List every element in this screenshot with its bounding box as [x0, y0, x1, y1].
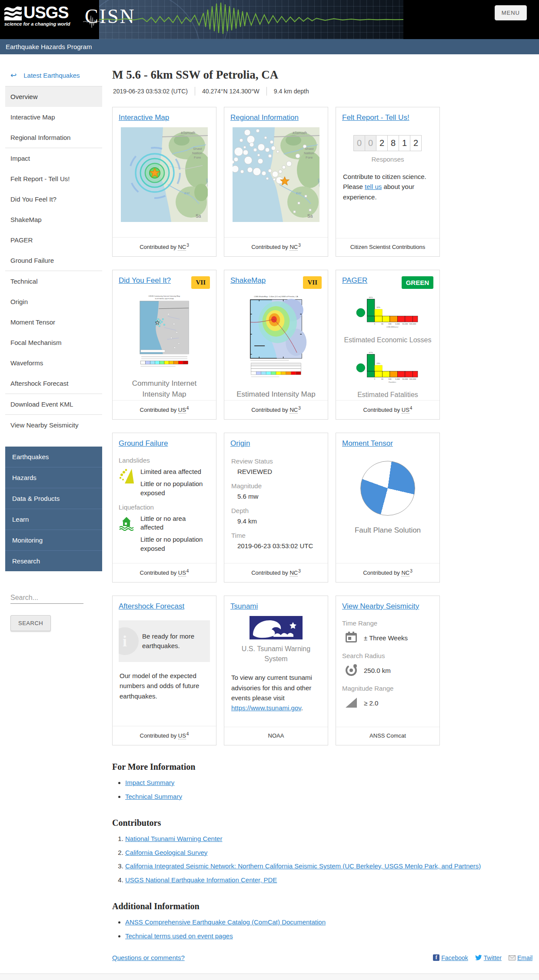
landslides-label: Landslides: [119, 457, 210, 464]
beachball-diagram[interactable]: [360, 461, 415, 516]
aftershock-forecast-link[interactable]: Aftershock Forecast: [119, 602, 184, 611]
nav-item-research[interactable]: Research: [5, 550, 102, 571]
technical-terms-link[interactable]: Technical terms used on event pages: [125, 932, 233, 940]
sidebar-item-waveforms[interactable]: Waveforms: [5, 353, 102, 373]
usgs-wave-icon: [4, 4, 22, 22]
contributor-link[interactable]: NC: [289, 244, 298, 251]
section-heading-contributors: Contributors: [112, 818, 534, 828]
sidebar-item-moment-tensor[interactable]: Moment Tensor: [5, 312, 102, 332]
nav-item-learn[interactable]: Learn: [5, 509, 102, 530]
contributor-link[interactable]: US: [402, 407, 409, 414]
sidebar-item-technical[interactable]: Technical: [5, 271, 102, 291]
regional-map-thumbnail[interactable]: Klamath Shast Nation Fore Sa Eel Sacram: [233, 127, 319, 222]
impact-summary-link[interactable]: Impact Summary: [125, 779, 174, 786]
contributor-link[interactable]: NC: [289, 407, 298, 414]
sidebar-item-shakemap[interactable]: ShakeMap: [5, 209, 102, 230]
nav-item-earthquakes[interactable]: Earthquakes: [5, 447, 102, 467]
card-felt-report: Felt Report - Tell Us! 0 0 2 8 1 2 Respo…: [336, 107, 440, 257]
sidebar-item-interactive-map[interactable]: Interactive Map: [5, 107, 102, 127]
sidebar-item-did-you-feel-it[interactable]: Did You Feel It?: [5, 189, 102, 209]
pager-economic-caption: Estimated Economic Losses: [339, 335, 437, 345]
shakemap-link[interactable]: ShakeMap: [230, 276, 266, 285]
site-header: USGS science for a changing world CISN M…: [0, 0, 539, 39]
tell-us-link[interactable]: tell us: [365, 183, 382, 190]
nav-item-data-products[interactable]: Data & Products: [5, 488, 102, 509]
shakemap-thumbnail[interactable]: CISN ShakeMap : 5.6km (3.5 mi) SSW of Pe…: [240, 294, 312, 383]
card-footer: Contributed by US4: [113, 563, 216, 582]
sidebar-item-pager[interactable]: PAGER: [5, 230, 102, 250]
sidebar-item-origin[interactable]: Origin: [5, 291, 102, 312]
sidebar-item-download-event-kml[interactable]: Download Event KML: [5, 394, 102, 414]
time-label: Time: [231, 532, 321, 539]
usgs-logo[interactable]: USGS science for a changing world: [4, 3, 70, 26]
comcat-documentation-link[interactable]: ANSS Comprehensive Earthquake Catalog (C…: [125, 918, 326, 926]
nav-item-monitoring[interactable]: Monitoring: [5, 530, 102, 550]
sidebar-back-latest-earthquakes[interactable]: ↩ Latest Earthquakes: [5, 67, 102, 86]
tsunami-warning-logo[interactable]: [250, 616, 303, 639]
card-footer: Citizen Scientist Contributions: [336, 238, 439, 256]
contributor-cisn-link[interactable]: California Integrated Seismic Network: N…: [125, 862, 481, 870]
more-info-list: Impact Summary Technical Summary: [125, 778, 499, 801]
sidebar-item-aftershock-forecast[interactable]: Aftershock Forecast: [5, 373, 102, 394]
contributor-link[interactable]: NC: [289, 569, 298, 576]
tsunami-gov-link[interactable]: https://www.tsunami.gov: [231, 704, 301, 712]
ground-failure-link[interactable]: Ground Failure: [119, 439, 168, 448]
pager-link[interactable]: PAGER: [342, 276, 367, 285]
pager-fatalities-histogram[interactable]: 67% 29% 1 10 100: [352, 349, 423, 384]
svg-text:1: 1: [374, 323, 376, 325]
sidebar-item-ground-failure[interactable]: Ground Failure: [5, 250, 102, 271]
landslides-area: Limited area affected: [140, 467, 210, 476]
sidebar-item-felt-report[interactable]: Felt Report - Tell Us!: [5, 169, 102, 189]
review-status-label: Review Status: [231, 457, 321, 465]
contributor-neic-link[interactable]: USGS National Earthquake Information Cen…: [125, 876, 277, 884]
search-radius-label: Search Radius: [342, 652, 433, 659]
time-value: 2019-06-23 03:53:02 UTC: [231, 542, 321, 550]
contributor-link[interactable]: NC: [178, 244, 186, 251]
felt-report-text: Contribute to citizen science. Please te…: [336, 172, 439, 202]
radius-icon: [345, 663, 358, 678]
aftershock-callout-text: Be ready for more earthquakes.: [139, 627, 210, 656]
search-button[interactable]: SEARCH: [10, 615, 51, 631]
nav-item-hazards[interactable]: Hazards: [5, 467, 102, 488]
contributor-link[interactable]: US: [178, 407, 186, 414]
regional-information-link[interactable]: Regional Information: [230, 113, 299, 122]
pager-alert-badge: GREEN: [402, 276, 433, 289]
felt-report-link[interactable]: Felt Report - Tell Us!: [342, 113, 409, 122]
sidebar-item-view-nearby-seismicity[interactable]: View Nearby Seismicity: [5, 415, 102, 435]
dyfi-thumbnail[interactable]: USGS Community Internet Intensity Map NO…: [127, 294, 202, 372]
contributor-link[interactable]: US: [178, 569, 186, 576]
sidebar-item-overview[interactable]: Overview: [5, 86, 102, 107]
interactive-map-thumbnail[interactable]: Klamath Shast Nation Fore Sa Eel Sacram: [121, 127, 208, 222]
contributor-link[interactable]: NC: [401, 569, 409, 576]
sidebar-item-impact[interactable]: Impact: [5, 148, 102, 169]
pager-economic-histogram[interactable]: 65% 32% 1 10 100: [352, 294, 423, 329]
event-location: 40.274°N 124.300°W: [195, 87, 266, 96]
sidebar-item-regional-information[interactable]: Regional Information: [5, 127, 102, 148]
menu-button[interactable]: MENU: [495, 5, 527, 20]
sidebar-item-focal-mechanism[interactable]: Focal Mechanism: [5, 332, 102, 353]
svg-text:US$ (Millions): US$ (Millions): [386, 326, 399, 328]
interactive-map-link[interactable]: Interactive Map: [119, 113, 169, 122]
twitter-link[interactable]: Twitter: [475, 954, 502, 961]
svg-text:Nation: Nation: [304, 151, 314, 155]
technical-summary-link[interactable]: Technical Summary: [125, 793, 182, 800]
search-input[interactable]: [10, 592, 83, 604]
back-arrow-icon: ↩: [10, 71, 17, 80]
tsunami-body: To view any current tsunami advisories f…: [224, 672, 328, 713]
facebook-link[interactable]: f Facebook: [433, 954, 468, 961]
liquefaction-label: Liquefaction: [119, 503, 210, 511]
contributor-cgs-link[interactable]: California Geological Survey: [125, 849, 207, 856]
contributor-link[interactable]: US: [178, 732, 186, 739]
questions-comments-link[interactable]: Questions or comments?: [112, 954, 185, 961]
tsunami-link[interactable]: Tsunami: [230, 602, 258, 611]
contributor-ntwc-link[interactable]: National Tsunami Warning Center: [125, 835, 222, 842]
card-footer: Contributed by US4: [336, 400, 439, 419]
moment-tensor-link[interactable]: Moment Tensor: [342, 439, 393, 448]
calendar-icon: [345, 631, 358, 645]
dyfi-link[interactable]: Did You Feel It?: [119, 276, 171, 285]
email-link[interactable]: Email: [509, 954, 532, 961]
additional-info-list: ANSS Comprehensive Earthquake Catalog (C…: [125, 917, 499, 941]
view-nearby-seismicity-link[interactable]: View Nearby Seismicity: [342, 602, 419, 611]
magnitude-range-value: ≥ 2.0: [364, 699, 378, 707]
origin-link[interactable]: Origin: [230, 439, 250, 448]
